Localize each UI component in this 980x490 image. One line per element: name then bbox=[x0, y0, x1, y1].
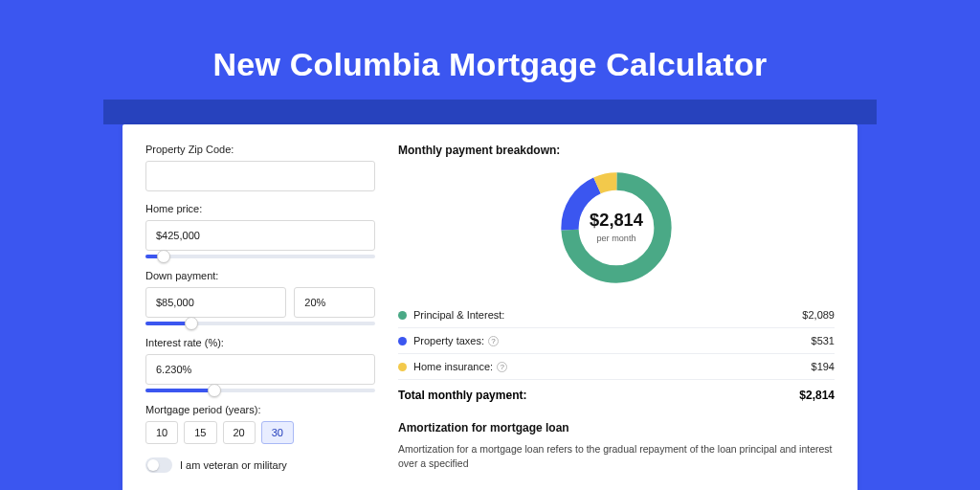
page-root: New Columbia Mortgage Calculator Propert… bbox=[0, 0, 980, 490]
interest-rate-group: Interest rate (%): bbox=[145, 337, 375, 392]
legend-label-insurance: Home insurance: ? bbox=[413, 361, 812, 372]
inputs-column: Property Zip Code: Home price: Down paym… bbox=[145, 144, 375, 471]
legend-row-taxes: Property taxes: ? $531 bbox=[398, 328, 835, 354]
donut-chart-wrap: $2,814 per month bbox=[398, 167, 835, 289]
zip-label: Property Zip Code: bbox=[145, 144, 375, 155]
amortization-text: Amortization for a mortgage loan refers … bbox=[398, 442, 835, 471]
interest-rate-slider-thumb[interactable] bbox=[208, 384, 221, 397]
home-price-input[interactable] bbox=[145, 220, 375, 251]
down-payment-slider-thumb[interactable] bbox=[185, 317, 198, 330]
legend-amount-principal: $2,089 bbox=[802, 309, 835, 321]
page-title: New Columbia Mortgage Calculator bbox=[0, 0, 980, 83]
interest-rate-slider-fill bbox=[145, 389, 214, 392]
home-price-slider-thumb[interactable] bbox=[157, 250, 170, 263]
down-payment-group: Down payment: bbox=[145, 270, 375, 325]
down-payment-label: Down payment: bbox=[145, 270, 375, 281]
interest-rate-input[interactable] bbox=[145, 354, 375, 385]
zip-input[interactable] bbox=[145, 161, 375, 191]
swatch-yellow bbox=[398, 363, 407, 371]
period-option-30[interactable]: 30 bbox=[261, 421, 294, 444]
header-banner bbox=[103, 100, 877, 124]
interest-rate-slider[interactable] bbox=[145, 389, 375, 392]
legend-amount-taxes: $531 bbox=[812, 335, 835, 346]
zip-field-group: Property Zip Code: bbox=[145, 144, 375, 191]
swatch-green bbox=[398, 311, 407, 320]
legend-amount-insurance: $194 bbox=[812, 361, 835, 372]
info-icon[interactable]: ? bbox=[497, 362, 507, 372]
legend-row-insurance: Home insurance: ? $194 bbox=[398, 354, 835, 380]
down-payment-amount-input[interactable] bbox=[145, 287, 286, 318]
total-label: Total monthly payment: bbox=[398, 389, 799, 402]
swatch-blue bbox=[398, 337, 407, 345]
donut-center-sub: per month bbox=[596, 234, 635, 243]
down-payment-slider[interactable] bbox=[145, 322, 375, 325]
legend-label-taxes: Property taxes: ? bbox=[413, 335, 812, 346]
calculator-card: Property Zip Code: Home price: Down paym… bbox=[122, 124, 858, 490]
period-option-15[interactable]: 15 bbox=[184, 421, 216, 444]
veteran-toggle-row: I am veteran or military bbox=[145, 457, 375, 473]
info-icon[interactable]: ? bbox=[488, 336, 499, 346]
mortgage-period-group: Mortgage period (years): 10 15 20 30 bbox=[145, 404, 375, 444]
mortgage-period-label: Mortgage period (years): bbox=[145, 404, 375, 415]
legend-row-principal: Principal & Interest: $2,089 bbox=[398, 302, 835, 328]
down-payment-pct-input[interactable] bbox=[294, 287, 375, 318]
interest-rate-label: Interest rate (%): bbox=[145, 337, 375, 348]
home-price-group: Home price: bbox=[145, 203, 375, 258]
total-row: Total monthly payment: $2,814 bbox=[398, 380, 835, 413]
results-column: Monthly payment breakdown: $2,814 per mo… bbox=[398, 144, 835, 471]
donut-center-amount: $2,814 bbox=[590, 210, 644, 230]
veteran-label: I am veteran or military bbox=[180, 459, 287, 471]
home-price-label: Home price: bbox=[145, 203, 375, 214]
breakdown-heading: Monthly payment breakdown: bbox=[398, 144, 835, 157]
mortgage-period-options: 10 15 20 30 bbox=[145, 421, 375, 444]
donut-chart: $2,814 per month bbox=[555, 167, 678, 289]
home-price-slider[interactable] bbox=[145, 255, 375, 258]
total-amount: $2,814 bbox=[799, 389, 835, 402]
legend-label-principal: Principal & Interest: bbox=[413, 309, 802, 321]
down-payment-inputs bbox=[145, 287, 375, 318]
amortization-heading: Amortization for mortgage loan bbox=[398, 421, 835, 434]
period-option-20[interactable]: 20 bbox=[223, 421, 256, 444]
veteran-toggle[interactable] bbox=[145, 457, 172, 473]
period-option-10[interactable]: 10 bbox=[145, 421, 178, 444]
